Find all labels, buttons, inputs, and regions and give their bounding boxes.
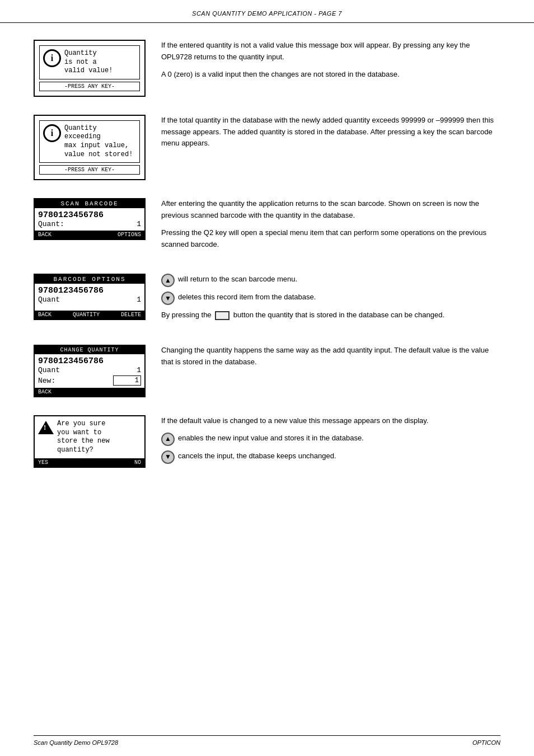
row-5: CHANGE QUANTITY 9780123456786 Quant 1 Ne… [34,345,500,397]
desc-4-row1: ▲ will return to the scan barcode menu. [161,274,500,287]
footer-left: Scan Quantity Demo OPL9728 [34,739,118,746]
desc-3-p1: After entering the quantity the applicat… [161,198,500,222]
desc-4-text2: deletes this record item from the databa… [178,292,316,303]
desc-1-p2: A 0 (zero) is a valid input then the cha… [161,69,500,81]
options-quant-value: 1 [137,295,141,304]
desc-6: If the default value is changed to a new… [161,415,500,468]
desc-6-text3: cancels the input, the dtabase keeps unc… [178,450,336,462]
row-1: i Quantity is not a valid value! -PRESS … [34,40,500,97]
desc-2-p1: If the total quantity in the database wi… [161,115,500,149]
footer-right: OPTICON [472,739,500,746]
desc-4-text1: will return to the scan barcode menu. [178,274,297,285]
msg-text-2: Quantity exceeding max input value, valu… [64,124,133,159]
warn-footer: YES NO [35,458,144,467]
change-quant-label: Quant [38,366,60,374]
info-icon-1: i [43,49,61,67]
desc-1-p1: If the entered quantity is not a valid v… [161,40,500,63]
warn-yes: YES [38,459,48,466]
down-arrow-icon-2: ▼ [161,450,175,464]
desc-3: After entering the quantity the applicat… [161,198,500,256]
exceed-line-3: max input value, [64,142,133,151]
desc-4-p3: By pressing the button the quantity that… [161,309,500,321]
msg-box-inner-2: i Quantity exceeding max input value, va… [39,120,140,163]
options-quant-label: Quant [38,295,60,304]
warn-line-1: Are you sure [57,420,110,429]
inline-rect-button [215,311,229,320]
msg-line-2: is not a [64,58,113,67]
options-title: BARCODE OPTIONS [35,275,144,284]
warn-no: NO [134,459,141,466]
screen-exceeding: i Quantity exceeding max input value, va… [34,115,146,180]
down-arrow-icon-1: ▼ [161,292,175,305]
quant-label: Quant: [38,220,64,228]
scan-title: SCAN BARCODE [35,199,144,208]
msg-line-3: valid value! [64,67,113,76]
options-footer-qty: QUANTITY [73,312,100,318]
warn-line-3: store the new [57,437,110,446]
options-footer-delete: DELETE [121,312,141,318]
options-quant-line: Quant 1 [38,295,141,304]
footer-options: OPTIONS [118,232,141,238]
exceed-line-2: exceeding [64,133,133,142]
page-header: SCAN QUANTITY DEMO APPLICATION - PAGE 7 [0,0,534,23]
msg-box-inner-1: i Quantity is not a valid value! [39,45,140,79]
desc-1: If the entered quantity is not a valid v… [161,40,500,86]
desc-4: ▲ will return to the scan barcode menu. … [161,274,500,327]
new-input-row: New: 1 [38,375,141,386]
change-barcode: 9780123456786 [38,356,141,366]
warn-line-2: you want to [57,429,110,438]
desc-5: Changing the quantity happens the same w… [161,345,500,374]
up-arrow-icon-1: ▲ [161,274,175,287]
main-content: i Quantity is not a valid value! -PRESS … [0,23,534,520]
footer-back-3: BACK [38,232,51,238]
screen-warning: Are you sure you want to store the new q… [34,415,146,467]
options-body: 9780123456786 Quant 1 [35,284,144,311]
options-footer-back: BACK [38,312,51,318]
desc-3-p2: Pressing the Q2 key will open a special … [161,227,500,251]
page-header-text: SCAN QUANTITY DEMO APPLICATION - PAGE 7 [192,10,342,17]
screen-change-quantity: CHANGE QUANTITY 9780123456786 Quant 1 Ne… [34,345,146,397]
new-input-box[interactable]: 1 [113,375,141,386]
exceed-line-4: value not stored! [64,151,133,159]
screen-scan-barcode: SCAN BARCODE 9780123456786 Quant: 1 BACK… [34,198,146,240]
desc-6-row3: ▼ cancels the input, the dtabase keeps u… [161,450,500,464]
change-quant-line: Quant 1 [38,366,141,374]
desc-6-row2: ▲ enables the new input value and stores… [161,433,500,446]
msg-line-1: Quantity [64,49,113,58]
desc-6-p1: If the default value is changed to a new… [161,415,500,427]
desc-5-p1: Changing the quantity happens the same w… [161,345,500,368]
press-any-key-2: -PRESS ANY KEY- [39,165,140,175]
msg-text-1: Quantity is not a valid value! [64,49,113,76]
row-2: i Quantity exceeding max input value, va… [34,115,500,180]
row-4: BARCODE OPTIONS 9780123456786 Quant 1 BA… [34,274,500,327]
scan-footer: BACK OPTIONS [35,231,144,239]
quant-value: 1 [137,220,141,228]
quant-line: Quant: 1 [38,220,141,228]
screen-not-valid: i Quantity is not a valid value! -PRESS … [34,40,146,97]
change-quant-value: 1 [137,366,141,374]
change-body: 9780123456786 Quant 1 New: 1 [35,354,144,388]
desc-4-row2: ▼ deletes this record item from the data… [161,292,500,305]
row-3: SCAN BARCODE 9780123456786 Quant: 1 BACK… [34,198,500,256]
barcode-number: 9780123456786 [38,210,141,220]
page-footer: Scan Quantity Demo OPL9728 OPTICON [34,735,500,746]
scan-body: 9780123456786 Quant: 1 [35,208,144,231]
warn-inner: Are you sure you want to store the new q… [35,416,144,458]
warn-text: Are you sure you want to store the new q… [57,420,110,454]
press-any-key-1: -PRESS ANY KEY- [39,82,140,91]
screen-barcode-options: BARCODE OPTIONS 9780123456786 Quant 1 BA… [34,274,146,320]
up-arrow-icon-2: ▲ [161,433,175,446]
desc-2: If the total quantity in the database wi… [161,115,500,155]
warning-triangle-icon [38,421,54,434]
new-label: New: [38,377,55,385]
exceed-line-1: Quantity [64,124,133,133]
change-title: CHANGE QUANTITY [35,346,144,354]
change-footer: BACK [35,388,144,396]
desc-6-text2: enables the new input value and stores i… [178,433,364,444]
warn-line-4: quantity? [57,446,110,455]
options-footer: BACK QUANTITY DELETE [35,311,144,319]
options-barcode: 9780123456786 [38,286,141,295]
row-6: Are you sure you want to store the new q… [34,415,500,468]
info-icon-2: i [43,124,61,142]
